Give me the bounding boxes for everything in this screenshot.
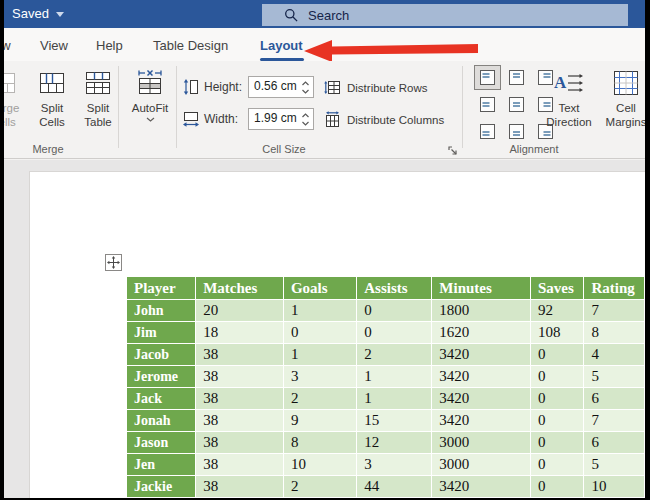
stat-cell[interactable]: 1 bbox=[283, 344, 356, 366]
player-cell[interactable]: Jackie bbox=[127, 476, 196, 498]
stat-cell[interactable]: 0 bbox=[531, 476, 584, 498]
stat-cell[interactable]: 1620 bbox=[432, 322, 531, 344]
column-header-matches[interactable]: Matches bbox=[196, 277, 284, 300]
player-cell[interactable]: John bbox=[127, 300, 196, 322]
stat-cell[interactable]: 2 bbox=[357, 344, 432, 366]
player-table[interactable]: PlayerMatchesGoalsAssistsMinutesSavesRat… bbox=[126, 276, 645, 498]
stat-cell[interactable]: 12 bbox=[357, 432, 432, 454]
tab-layout[interactable]: Layout bbox=[260, 38, 303, 53]
stat-cell[interactable]: 0 bbox=[531, 366, 584, 388]
stat-cell[interactable]: 0 bbox=[531, 388, 584, 410]
align-top-left-button[interactable] bbox=[474, 65, 501, 90]
stat-cell[interactable]: 8 bbox=[283, 432, 356, 454]
autofit-button[interactable]: AutoFit bbox=[124, 64, 176, 142]
width-field[interactable] bbox=[248, 108, 314, 130]
saved-dropdown[interactable]: Saved bbox=[12, 6, 64, 21]
tab-table-design[interactable]: Table Design bbox=[153, 38, 228, 53]
stat-cell[interactable]: 3420 bbox=[432, 476, 531, 498]
height-field[interactable] bbox=[248, 76, 314, 98]
stat-cell[interactable]: 108 bbox=[531, 322, 584, 344]
stat-cell[interactable]: 2 bbox=[283, 388, 356, 410]
player-cell[interactable]: Jen bbox=[127, 454, 196, 476]
stat-cell[interactable]: 1 bbox=[283, 300, 356, 322]
stat-cell[interactable]: 38 bbox=[196, 388, 284, 410]
text-direction-button[interactable]: A Text Direction bbox=[540, 64, 598, 142]
column-header-minutes[interactable]: Minutes bbox=[432, 277, 531, 300]
align-bottom-center-button[interactable] bbox=[503, 119, 530, 144]
column-header-player[interactable]: Player bbox=[127, 277, 196, 300]
stat-cell[interactable]: 0 bbox=[531, 454, 584, 476]
stat-cell[interactable]: 1 bbox=[357, 388, 432, 410]
stat-cell[interactable]: 6 bbox=[584, 432, 645, 454]
player-cell[interactable]: Jerome bbox=[127, 366, 196, 388]
stat-cell[interactable]: 1 bbox=[357, 366, 432, 388]
stat-cell[interactable]: 38 bbox=[196, 366, 284, 388]
split-cells-button[interactable]: Split Cells bbox=[30, 64, 74, 142]
column-header-goals[interactable]: Goals bbox=[283, 277, 356, 300]
spinner-icon[interactable] bbox=[301, 111, 310, 128]
stat-cell[interactable]: 0 bbox=[357, 300, 432, 322]
player-cell[interactable]: Jonah bbox=[127, 410, 196, 432]
stat-cell[interactable]: 3000 bbox=[432, 432, 531, 454]
stat-cell[interactable]: 3420 bbox=[432, 344, 531, 366]
stat-cell[interactable]: 0 bbox=[283, 322, 356, 344]
distribute-rows-button[interactable]: Distribute Rows bbox=[324, 79, 428, 96]
stat-cell[interactable]: 3000 bbox=[432, 454, 531, 476]
stat-cell[interactable]: 38 bbox=[196, 476, 284, 498]
stat-cell[interactable]: 5 bbox=[584, 366, 645, 388]
height-input[interactable] bbox=[254, 79, 300, 93]
player-cell[interactable]: Jason bbox=[127, 432, 196, 454]
table-move-handle[interactable] bbox=[105, 254, 122, 271]
stat-cell[interactable]: 4 bbox=[584, 344, 645, 366]
stat-cell[interactable]: 3 bbox=[283, 366, 356, 388]
stat-cell[interactable]: 9 bbox=[283, 410, 356, 432]
spinner-icon[interactable] bbox=[301, 79, 310, 96]
column-header-assists[interactable]: Assists bbox=[357, 277, 432, 300]
cell-size-dialog-launcher[interactable] bbox=[446, 144, 460, 158]
stat-cell[interactable]: 18 bbox=[196, 322, 284, 344]
width-input[interactable] bbox=[254, 111, 300, 125]
stat-cell[interactable]: 3 bbox=[357, 454, 432, 476]
stat-cell[interactable]: 38 bbox=[196, 454, 284, 476]
align-bottom-left-button[interactable] bbox=[474, 119, 501, 144]
align-center-center-button[interactable] bbox=[503, 92, 530, 117]
column-header-saves[interactable]: Saves bbox=[531, 277, 584, 300]
stat-cell[interactable]: 3420 bbox=[432, 388, 531, 410]
stat-cell[interactable]: 15 bbox=[357, 410, 432, 432]
stat-cell[interactable]: 6 bbox=[584, 388, 645, 410]
distribute-columns-button[interactable]: Distribute Columns bbox=[324, 111, 444, 128]
search-input[interactable] bbox=[308, 8, 588, 23]
stat-cell[interactable]: 0 bbox=[357, 322, 432, 344]
stat-cell[interactable]: 38 bbox=[196, 410, 284, 432]
stat-cell[interactable]: 0 bbox=[531, 432, 584, 454]
stat-cell[interactable]: 2 bbox=[283, 476, 356, 498]
stat-cell[interactable]: 7 bbox=[584, 300, 645, 322]
stat-cell[interactable]: 7 bbox=[584, 410, 645, 432]
cell-margins-button[interactable]: Cell Margins bbox=[602, 64, 645, 142]
player-cell[interactable]: Jim bbox=[127, 322, 196, 344]
stat-cell[interactable]: 20 bbox=[196, 300, 284, 322]
stat-cell[interactable]: 0 bbox=[531, 410, 584, 432]
tab-review[interactable]: Review bbox=[4, 38, 11, 53]
split-table-button[interactable]: Split Table bbox=[74, 64, 122, 142]
stat-cell[interactable]: 5 bbox=[584, 454, 645, 476]
player-cell[interactable]: Jack bbox=[127, 388, 196, 410]
column-header-rating[interactable]: Rating bbox=[584, 277, 645, 300]
tab-help[interactable]: Help bbox=[96, 38, 123, 53]
stat-cell[interactable]: 10 bbox=[584, 476, 645, 498]
stat-cell[interactable]: 38 bbox=[196, 344, 284, 366]
stat-cell[interactable]: 1800 bbox=[432, 300, 531, 322]
align-top-center-button[interactable] bbox=[503, 65, 530, 90]
stat-cell[interactable]: 8 bbox=[584, 322, 645, 344]
stat-cell[interactable]: 92 bbox=[531, 300, 584, 322]
search-bar[interactable] bbox=[262, 4, 628, 26]
player-cell[interactable]: Jacob bbox=[127, 344, 196, 366]
stat-cell[interactable]: 10 bbox=[283, 454, 356, 476]
stat-cell[interactable]: 44 bbox=[357, 476, 432, 498]
stat-cell[interactable]: 0 bbox=[531, 344, 584, 366]
stat-cell[interactable]: 3420 bbox=[432, 366, 531, 388]
stat-cell[interactable]: 3420 bbox=[432, 410, 531, 432]
tab-view[interactable]: View bbox=[40, 38, 68, 53]
align-center-left-button[interactable] bbox=[474, 92, 501, 117]
stat-cell[interactable]: 38 bbox=[196, 432, 284, 454]
